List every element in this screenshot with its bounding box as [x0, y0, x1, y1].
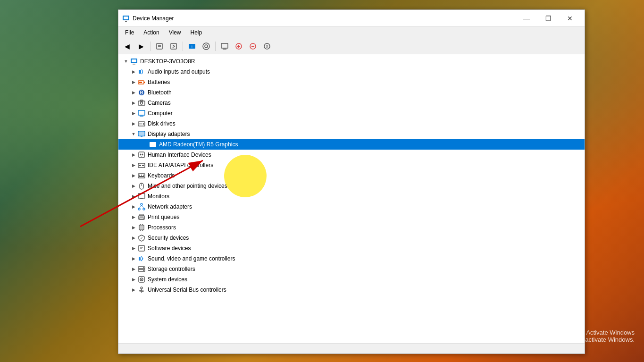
monitors-expand-icon: ▶: [130, 193, 137, 200]
processor-icon: [137, 223, 146, 232]
scan-button[interactable]: [200, 40, 213, 52]
system-expand-icon: ▶: [130, 276, 137, 283]
tree-item-computer[interactable]: ▶ Computer: [118, 108, 585, 118]
root-expand-icon: ▼: [122, 58, 130, 65]
tree-item-bluetooth[interactable]: ▶ B Bluetooth: [118, 87, 585, 98]
network-expand-icon: ▶: [130, 203, 137, 210]
tree-item-print[interactable]: ▶ Print queues: [118, 212, 585, 222]
device-tree: ▼ DESKTOP-3VO3O8R ▶ Audio inputs and out…: [118, 54, 585, 343]
svg-rect-9: [203, 43, 209, 50]
tree-item-disk[interactable]: ▶ Disk drives: [118, 118, 585, 129]
svg-point-81: [143, 270, 144, 271]
mice-expand-icon: ▶: [130, 182, 137, 190]
svg-rect-31: [138, 110, 145, 115]
svg-rect-48: [139, 175, 140, 176]
monitors-label: Monitors: [148, 193, 169, 200]
toolbar: ◀ ▶ i: [118, 38, 585, 54]
tree-item-audio[interactable]: ▶ Audio inputs and outputs: [118, 67, 585, 77]
title-bar: Device Manager — ❐ ✕: [118, 10, 585, 27]
storage-expand-icon: ▶: [130, 265, 137, 273]
tree-item-keyboards[interactable]: ▶ Keyboards: [118, 170, 585, 181]
close-button[interactable]: ✕: [559, 10, 581, 27]
menu-help[interactable]: Help: [186, 28, 207, 37]
tree-item-system[interactable]: ▶ System devices: [118, 274, 585, 285]
hid-label: Human Interface Devices: [148, 152, 211, 158]
add-hardware-icon: [235, 42, 243, 50]
audio-label: Audio inputs and outputs: [148, 68, 210, 75]
svg-rect-25: [139, 82, 142, 83]
svg-rect-2: [125, 21, 127, 22]
tree-item-sound[interactable]: ▶ Sound, video and game controllers: [118, 253, 585, 264]
device-manager-window: Device Manager — ❐ ✕ File Action View He…: [118, 9, 585, 354]
computer-button[interactable]: [218, 40, 231, 52]
tree-item-storage[interactable]: ▶ Storage controllers: [118, 264, 585, 274]
update-driver-button[interactable]: [167, 40, 180, 52]
storage-label: Storage controllers: [148, 266, 195, 272]
svg-text:i: i: [192, 44, 192, 49]
svg-rect-66: [140, 218, 143, 219]
enable-device-button[interactable]: i: [185, 40, 199, 52]
tree-item-usb[interactable]: ▶ Universal Serial Bus controllers: [118, 285, 585, 295]
uninstall-icon: [263, 42, 271, 50]
tree-item-processors[interactable]: ▶ Processors: [118, 222, 585, 233]
processors-label: Processors: [148, 224, 176, 231]
properties-button[interactable]: [153, 40, 166, 52]
menu-action[interactable]: Action: [139, 28, 164, 37]
scan-icon: [202, 42, 210, 50]
svg-point-10: [205, 45, 208, 48]
back-button[interactable]: ◀: [120, 40, 134, 52]
network-icon: [137, 202, 146, 211]
tree-item-mice[interactable]: ▶ Mice and other pointing devices: [118, 181, 585, 191]
tree-item-hid[interactable]: ▶ Human Interface Devices: [118, 150, 585, 160]
tree-item-ide[interactable]: ▶ IDE ATA/ATAPI controllers: [118, 160, 585, 170]
svg-rect-3: [157, 43, 162, 49]
sound-expand-icon: ▶: [130, 255, 137, 262]
tree-item-batteries[interactable]: ▶ Batteries: [118, 77, 585, 87]
remove-device-button[interactable]: [246, 40, 259, 52]
menu-bar: File Action View Help: [118, 27, 585, 38]
tree-item-monitors[interactable]: ▶ Monitors: [118, 191, 585, 202]
minimize-button[interactable]: —: [516, 10, 537, 27]
svg-point-80: [143, 267, 144, 268]
security-expand-icon: ▶: [130, 234, 137, 242]
forward-button[interactable]: ▶: [134, 40, 148, 52]
svg-rect-53: [143, 176, 144, 177]
gpu-expand-icon: [141, 141, 149, 148]
svg-rect-68: [140, 226, 143, 229]
device-manager-icon: [122, 15, 130, 22]
tree-item-security[interactable]: ▶ ✓ Security devices: [118, 233, 585, 243]
svg-rect-1: [124, 17, 128, 19]
update-icon: [170, 42, 177, 50]
battery-icon: [137, 78, 146, 86]
add-hardware-button[interactable]: [232, 40, 245, 52]
tree-item-display[interactable]: ▼ Display adapters: [118, 129, 585, 139]
display-label: Display adapters: [148, 131, 190, 137]
svg-line-62: [139, 205, 142, 208]
ide-label: IDE ATA/ATAPI controllers: [148, 162, 213, 168]
maximize-button[interactable]: ❐: [537, 10, 559, 27]
computer-label: Computer: [148, 110, 173, 117]
status-bar: [118, 343, 585, 354]
cameras-expand-icon: ▶: [130, 99, 137, 107]
print-icon: [137, 213, 146, 221]
tree-item-network[interactable]: ▶ Network adapters: [118, 202, 585, 212]
window-title: Device Manager: [133, 15, 516, 22]
svg-rect-45: [139, 165, 141, 166]
uninstall-button[interactable]: [260, 40, 274, 52]
svg-rect-49: [141, 175, 142, 176]
computer-expand-icon: ▶: [130, 109, 137, 117]
tree-root[interactable]: ▼ DESKTOP-3VO3O8R: [118, 56, 585, 67]
menu-file[interactable]: File: [120, 28, 139, 37]
tree-item-cameras[interactable]: ▶ Cameras: [118, 98, 585, 108]
tree-item-software[interactable]: ▶ Software devices: [118, 243, 585, 253]
display-icon: [137, 130, 146, 138]
toolbar-separator-2: [183, 42, 183, 51]
svg-point-29: [141, 102, 143, 104]
tree-item-gpu[interactable]: AMD Radeon(TM) R5 Graphics: [118, 139, 585, 150]
svg-rect-47: [138, 174, 145, 178]
menu-view[interactable]: View: [164, 28, 186, 37]
svg-rect-21: [133, 64, 135, 65]
disk-icon: [137, 119, 146, 128]
storage-icon: [137, 265, 146, 273]
svg-rect-24: [144, 82, 145, 83]
